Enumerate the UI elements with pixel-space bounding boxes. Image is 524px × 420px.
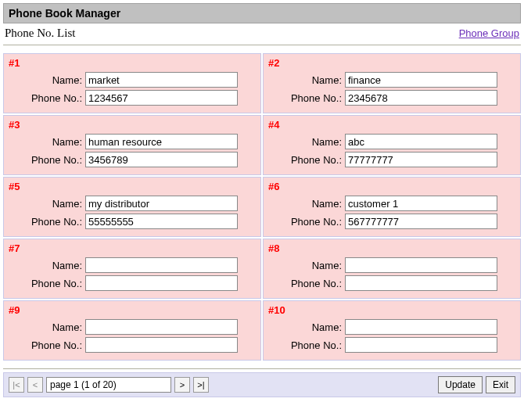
name-label: Name: xyxy=(7,198,85,210)
entry-card: #6Name:Phone No.: xyxy=(263,177,521,237)
entry-number: #2 xyxy=(268,57,517,69)
action-buttons: Update Exit xyxy=(438,376,515,393)
phone-label: Phone No.: xyxy=(7,92,85,104)
phone-input[interactable] xyxy=(85,90,238,106)
update-button[interactable]: Update xyxy=(438,376,483,393)
next-page-button[interactable]: > xyxy=(174,377,190,393)
footer-bar: |< < > >| Update Exit xyxy=(3,372,521,397)
name-input[interactable] xyxy=(85,257,238,273)
entry-number: #7 xyxy=(9,242,257,254)
entry-card: #3Name:Phone No.: xyxy=(3,115,261,175)
name-label: Name: xyxy=(267,260,345,271)
phone-label: Phone No.: xyxy=(7,154,85,166)
prev-page-button[interactable]: < xyxy=(27,377,43,393)
name-input[interactable] xyxy=(345,257,497,273)
entry-card: #8Name:Phone No.: xyxy=(263,239,521,299)
phone-input[interactable] xyxy=(345,152,497,167)
entry-number: #3 xyxy=(9,119,257,131)
phone-label: Phone No.: xyxy=(267,92,345,104)
entry-number: #10 xyxy=(268,304,517,316)
exit-button[interactable]: Exit xyxy=(486,376,515,393)
name-label: Name: xyxy=(7,136,85,148)
phone-label: Phone No.: xyxy=(7,216,85,228)
phone-label: Phone No.: xyxy=(267,216,345,228)
name-input[interactable] xyxy=(85,72,238,88)
name-label: Name: xyxy=(267,321,345,333)
phone-label: Phone No.: xyxy=(7,278,85,289)
page-title: Phone Book Manager xyxy=(3,3,521,23)
name-label: Name: xyxy=(267,198,345,210)
entry-card: #10Name:Phone No.: xyxy=(263,300,521,361)
pager: |< < > >| xyxy=(9,377,209,393)
last-page-button[interactable]: >| xyxy=(193,377,209,393)
sub-header: Phone No. List Phone Group xyxy=(3,23,521,45)
name-label: Name: xyxy=(7,321,85,333)
phone-input[interactable] xyxy=(345,275,497,291)
phone-label: Phone No.: xyxy=(267,278,345,289)
name-input[interactable] xyxy=(345,72,497,88)
entry-card: #9Name:Phone No.: xyxy=(3,300,261,361)
entry-card: #4Name:Phone No.: xyxy=(263,115,521,175)
phone-input[interactable] xyxy=(85,337,238,353)
entry-card: #2Name:Phone No.: xyxy=(263,53,521,113)
name-input[interactable] xyxy=(345,134,497,149)
phone-input[interactable] xyxy=(345,337,497,353)
name-label: Name: xyxy=(7,260,85,271)
entry-number: #8 xyxy=(268,242,517,254)
entry-number: #1 xyxy=(9,57,257,69)
phone-input[interactable] xyxy=(85,152,238,167)
name-input[interactable] xyxy=(345,319,497,335)
phone-label: Phone No.: xyxy=(267,339,345,351)
phone-input[interactable] xyxy=(345,90,497,106)
entry-card: #5Name:Phone No.: xyxy=(3,177,261,237)
entry-card: #7Name:Phone No.: xyxy=(3,239,261,299)
entry-number: #5 xyxy=(9,181,257,192)
name-label: Name: xyxy=(267,136,345,148)
entry-number: #9 xyxy=(9,304,257,316)
phone-input[interactable] xyxy=(345,214,497,229)
divider xyxy=(3,368,521,369)
entry-card: #1Name:Phone No.: xyxy=(3,53,261,113)
name-input[interactable] xyxy=(345,196,497,211)
name-input[interactable] xyxy=(85,319,238,335)
entries-grid: #1Name:Phone No.:#2Name:Phone No.:#3Name… xyxy=(3,53,521,361)
name-input[interactable] xyxy=(85,196,238,211)
name-input[interactable] xyxy=(85,134,238,149)
phone-input[interactable] xyxy=(85,214,238,229)
phone-group-link[interactable]: Phone Group xyxy=(459,27,519,39)
phone-label: Phone No.: xyxy=(7,339,85,351)
phone-input[interactable] xyxy=(85,275,238,291)
list-label: Phone No. List xyxy=(5,27,75,40)
first-page-button[interactable]: |< xyxy=(9,377,24,393)
entry-number: #6 xyxy=(268,181,517,192)
name-label: Name: xyxy=(267,74,345,86)
name-label: Name: xyxy=(7,74,85,86)
entry-number: #4 xyxy=(268,119,517,131)
phone-label: Phone No.: xyxy=(267,154,345,166)
page-input[interactable] xyxy=(46,377,171,393)
